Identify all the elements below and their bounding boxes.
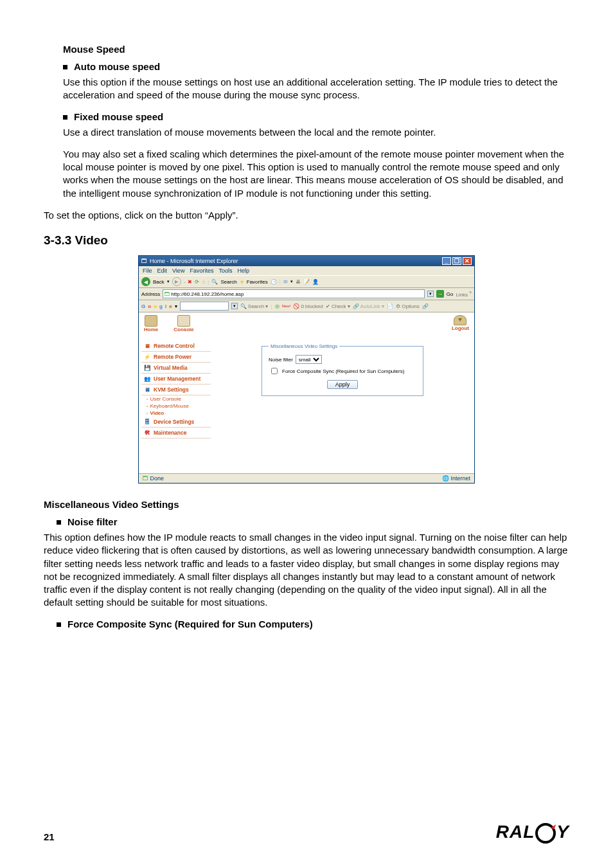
home-icon[interactable]: ⌂	[202, 279, 205, 285]
ie-title-bar: 🗔 Home - Microsoft Internet Explorer _ ❐…	[139, 256, 474, 266]
bullet-icon	[63, 65, 67, 69]
logo-o-icon	[535, 823, 556, 844]
go-button[interactable]: →	[436, 290, 444, 298]
force-sync-label: Force Composite Sync (Required for Sun C…	[282, 368, 404, 374]
bolt-icon: ⚡	[143, 353, 152, 361]
force-sync-heading: Force Composite Sync (Required for Sun C…	[67, 619, 313, 629]
google-link-icon[interactable]: 🔗	[422, 303, 429, 309]
app-body: Home Console Logout 🖥Remote Control ⚡Rem…	[139, 312, 474, 473]
mail-icon[interactable]: ✉	[283, 279, 288, 285]
sidebar-sub-video[interactable]: ▫Video	[141, 410, 211, 417]
sidebar-sub-user-console[interactable]: ▫User Console	[141, 395, 211, 402]
forward-button[interactable]: ►	[172, 277, 181, 286]
address-label: Address	[141, 291, 160, 297]
stop-icon[interactable]: ✖	[188, 279, 192, 285]
google-check[interactable]: ✔ Check ▾	[326, 303, 350, 309]
address-dropdown[interactable]: ▾	[427, 291, 434, 297]
video-section-heading: 3-3.3 Video	[44, 233, 569, 248]
sidebar-item-kvm-settings[interactable]: 🖥KVM Settings	[141, 384, 211, 395]
fixed-mouse-heading: Fixed mouse speed	[74, 111, 163, 122]
auto-mouse-heading: Auto mouse speed	[74, 61, 160, 72]
users-icon: 👥	[143, 375, 152, 383]
noise-filter-body: This option defines how the IP module re…	[44, 531, 569, 610]
google-options[interactable]: ⚙ Options	[396, 303, 420, 309]
fixed-mouse-body-2: You may also set a fixed scaling which d…	[63, 148, 569, 200]
sidebar-item-device-settings[interactable]: 🗄Device Settings	[141, 417, 211, 428]
bullet-icon	[57, 622, 61, 627]
sidebar-item-remote-control[interactable]: 🖥Remote Control	[141, 341, 211, 352]
fixed-mouse-body-1: Use a direct translation of mouse moveme…	[63, 126, 569, 139]
menu-file[interactable]: File	[143, 267, 152, 274]
device-icon: 🗄	[143, 418, 152, 426]
home-top-icon	[145, 315, 157, 327]
history-icon[interactable]: 🕑	[271, 279, 277, 285]
links-label[interactable]: Links »	[456, 290, 472, 298]
google-search-dropdown[interactable]: ▾	[231, 303, 238, 309]
google-autofill[interactable]: 📄	[387, 303, 393, 309]
ie-window: 🗔 Home - Microsoft Internet Explorer _ ❐…	[138, 255, 475, 484]
print-icon[interactable]: 🖶	[296, 279, 301, 285]
menu-help[interactable]: Help	[237, 267, 249, 274]
menu-tools[interactable]: Tools	[218, 267, 232, 274]
console-link[interactable]: Console	[173, 315, 194, 332]
raloy-logo: RALY	[496, 822, 569, 842]
misc-video-fieldset: Miscellaneous Video Settings Noise filte…	[262, 343, 423, 396]
google-blocked[interactable]: 🚫 0 blocked	[293, 303, 323, 309]
sidebar-item-remote-power[interactable]: ⚡Remote Power	[141, 352, 211, 363]
search-icon[interactable]: 🔍	[211, 279, 218, 285]
force-sync-checkbox[interactable]	[271, 368, 278, 374]
ie-address-bar: Address 🗔http://60.248.192.236/home.asp …	[139, 288, 474, 300]
auto-mouse-body: Use this option if the mouse settings on…	[63, 76, 569, 102]
refresh-icon[interactable]: ⟳	[195, 279, 199, 285]
favorites-label[interactable]: Favorites	[247, 279, 268, 285]
status-zone: Internet	[450, 475, 470, 482]
done-icon: 🗔	[143, 475, 148, 482]
console-top-icon	[177, 315, 190, 327]
sidebar-sub-keyboard-mouse[interactable]: ▫Keyboard/Mouse	[141, 402, 211, 410]
bullet-icon	[57, 520, 61, 525]
home-link[interactable]: Home	[144, 315, 158, 332]
logout-link[interactable]: Logout	[452, 315, 469, 332]
apply-note: To set the options, click on the button …	[44, 209, 569, 222]
wrench-icon: 🛠	[143, 429, 152, 437]
logout-icon	[454, 315, 466, 325]
messenger-icon[interactable]: 👤	[312, 279, 319, 285]
google-search-button[interactable]: 🔍 Search ▾	[240, 303, 269, 309]
google-autolink[interactable]: 🔗 AutoLink ▾	[353, 303, 384, 309]
search-label[interactable]: Search	[220, 279, 236, 285]
favorites-icon[interactable]: ★	[240, 279, 244, 285]
ie-title-text: Home - Microsoft Internet Explorer	[147, 258, 441, 264]
mouse-speed-heading: Mouse Speed	[63, 44, 569, 55]
ie-toolbar: ◄ Back▾ ► - ✖ ⟳ ⌂ | 🔍 Search ★ Favorites…	[139, 275, 474, 288]
menu-edit[interactable]: Edit	[157, 267, 168, 274]
content-pane: Miscellaneous Video Settings Noise filte…	[211, 312, 474, 473]
noise-filter-heading: Noise filter	[67, 516, 118, 527]
menu-favorites[interactable]: Favorites	[190, 267, 213, 274]
noise-filter-label: Noise filter	[269, 357, 293, 363]
disk-icon: 💾	[143, 364, 152, 372]
google-pagerank-icon[interactable]: ◎	[275, 303, 280, 309]
sidebar-item-user-management[interactable]: 👥User Management	[141, 374, 211, 384]
apply-button[interactable]: Apply	[327, 380, 359, 389]
minimize-button[interactable]: _	[442, 257, 451, 265]
internet-zone-icon: 🌐	[442, 475, 449, 482]
address-input[interactable]: 🗔http://60.248.192.236/home.asp	[163, 289, 424, 298]
noise-filter-select[interactable]: small	[296, 355, 322, 364]
misc-video-settings-heading: Miscellaneous Video Settings	[44, 499, 569, 510]
misc-video-legend: Miscellaneous Video Settings	[269, 343, 339, 349]
maximize-button[interactable]: ❐	[452, 257, 461, 265]
close-button[interactable]: ✕	[463, 257, 472, 265]
sidebar: 🖥Remote Control ⚡Remote Power 💾Virtual M…	[141, 341, 211, 473]
edit-icon[interactable]: 📝	[303, 279, 310, 285]
back-label[interactable]: Back	[153, 279, 164, 285]
bullet-icon	[63, 115, 67, 120]
sidebar-item-virtual-media[interactable]: 💾Virtual Media	[141, 363, 211, 374]
menu-view[interactable]: View	[172, 267, 184, 274]
go-label[interactable]: Go	[447, 291, 454, 297]
google-search-input[interactable]	[180, 302, 229, 311]
page-number: 21	[44, 831, 55, 842]
back-button[interactable]: ◄	[141, 277, 150, 286]
sidebar-item-maintenance[interactable]: 🛠Maintenance	[141, 428, 211, 439]
status-done: Done	[150, 475, 164, 482]
monitor-icon: 🖥	[143, 342, 152, 350]
